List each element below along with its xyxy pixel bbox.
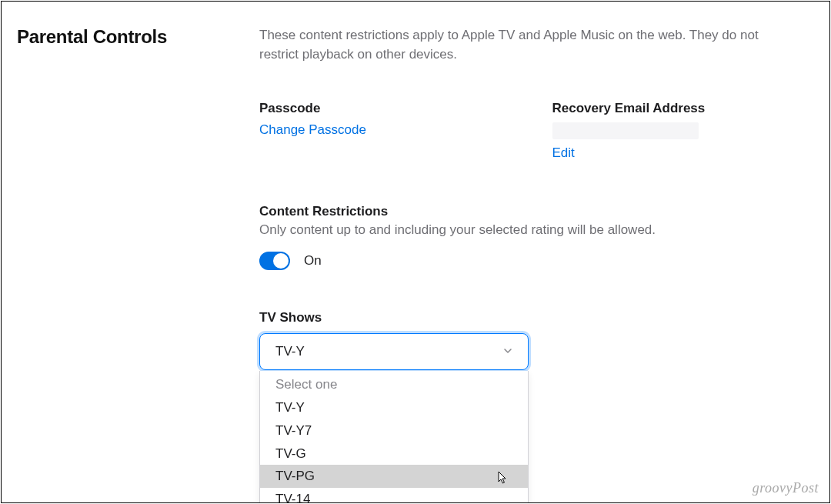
dropdown-option-tv-14[interactable]: TV-14 <box>260 488 528 503</box>
edit-recovery-email-link[interactable]: Edit <box>552 145 799 161</box>
tv-shows-selected-value: TV-Y <box>275 344 305 359</box>
tv-shows-select[interactable]: TV-Y <box>259 333 529 370</box>
page-description: These content restrictions apply to Appl… <box>259 26 799 64</box>
page-title: Parental Controls <box>17 26 221 48</box>
change-passcode-link[interactable]: Change Passcode <box>259 122 506 138</box>
dropdown-option-placeholder[interactable]: Select one <box>260 371 528 396</box>
content-restrictions-section: Content Restrictions Only content up to … <box>259 204 799 270</box>
tv-shows-section: TV Shows TV-Y Select one TV-Y TV-Y7 TV-G… <box>259 310 799 370</box>
dropdown-option-tv-pg[interactable]: TV-PG <box>260 465 528 488</box>
tv-shows-label: TV Shows <box>259 310 799 325</box>
content-restrictions-heading: Content Restrictions <box>259 204 799 219</box>
toggle-state-label: On <box>304 253 322 269</box>
recovery-email-label: Recovery Email Address <box>552 101 799 116</box>
content-restrictions-subtext: Only content up to and including your se… <box>259 222 799 238</box>
dropdown-option-tv-y7[interactable]: TV-Y7 <box>260 419 528 442</box>
dropdown-option-tv-g[interactable]: TV-G <box>260 442 528 466</box>
passcode-section: Passcode Change Passcode <box>259 101 506 161</box>
dropdown-option-tv-y[interactable]: TV-Y <box>260 396 528 419</box>
tv-shows-dropdown: Select one TV-Y TV-Y7 TV-G TV-PG TV-14 T… <box>259 371 529 503</box>
chevron-down-icon <box>503 344 512 359</box>
recovery-email-section: Recovery Email Address Edit <box>552 101 799 161</box>
content-restrictions-toggle[interactable] <box>259 252 290 270</box>
passcode-label: Passcode <box>259 101 506 116</box>
recovery-email-value <box>552 122 699 139</box>
